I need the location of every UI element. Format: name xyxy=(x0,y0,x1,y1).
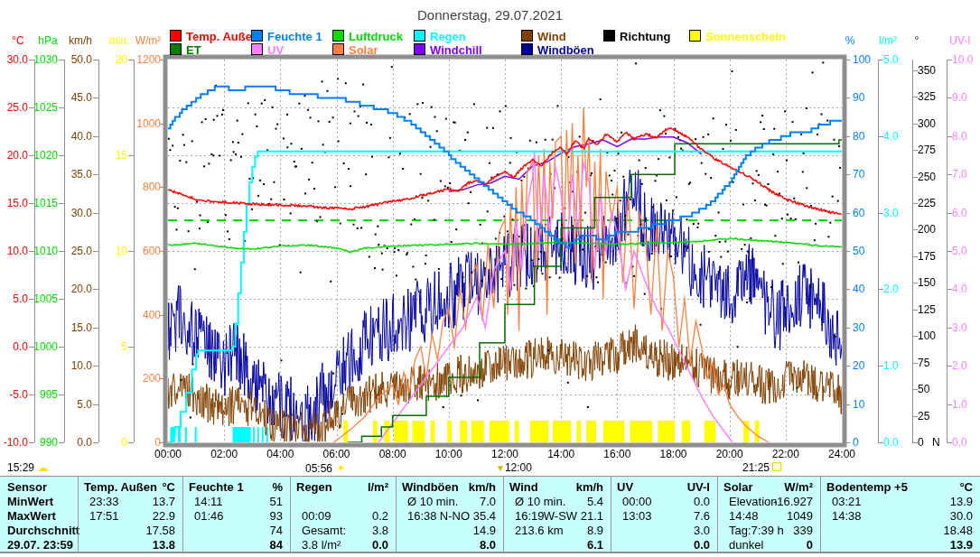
legend-item-et: ET xyxy=(170,43,201,55)
legend-item-label: UV xyxy=(267,43,284,57)
table-cell-row: 14.9 xyxy=(402,524,498,538)
legend-item-label: Solar xyxy=(349,43,378,57)
table-column-header: Temp. Außen°C xyxy=(84,480,177,495)
cell-value: W-SW 21.1 xyxy=(544,509,603,524)
table-column-header: Bodentemp +5°C xyxy=(826,480,975,495)
table-column-temp-au-en: Temp. Außen°C23:3313.717:5122.917.5813.8 xyxy=(78,477,182,552)
cell-left-text: 00:09 xyxy=(302,509,331,524)
axis-tick-sunshine: 15 xyxy=(88,149,127,162)
table-column-header: Windkm/h xyxy=(509,480,605,495)
x-axis-tick-label: 24:00 xyxy=(822,448,862,460)
axis-tick-rain: 4.0 xyxy=(883,130,923,143)
x-axis-tick-label: 16:00 xyxy=(597,448,637,460)
table-cell-row: 8.0 xyxy=(402,538,498,552)
axis-tick-uvindex: 7.0 xyxy=(952,168,980,181)
axis-tick-solar: 0 xyxy=(121,436,161,449)
axis-tick-solar: 400 xyxy=(121,309,161,321)
table-cell-row: dunkel0 xyxy=(723,538,815,552)
legend-color-swatch-icon xyxy=(521,30,533,42)
cell-value: 18.48 xyxy=(943,524,973,538)
cell-value: 7.0 xyxy=(480,495,496,509)
table-cell-row: 84 xyxy=(189,538,285,552)
cell-value: 339 xyxy=(793,524,813,538)
cell-value: 3.0 xyxy=(694,524,710,538)
table-cell-row: 00:000.0 xyxy=(617,495,712,509)
cell-value: 13.7 xyxy=(153,495,175,509)
axis-tick-direction: 50 xyxy=(918,383,957,395)
legend-item-windb-en: Windböen xyxy=(521,43,594,55)
axis-tick-humidity: 10 xyxy=(853,398,892,411)
cell-value: 0.2 xyxy=(372,509,388,524)
cell-value: 51 xyxy=(270,495,283,509)
cell-value: 0.0 xyxy=(694,538,710,552)
table-row-label: MinWert xyxy=(7,495,53,509)
axis-tick-windspeed: 20.0 xyxy=(52,283,92,295)
table-column-bodentemp-5: Bodentemp +5°C03:2113.914:3830.018.4813.… xyxy=(820,477,980,552)
legend-color-swatch-icon xyxy=(689,30,701,42)
marker-noon: ▼12:00 xyxy=(496,461,532,475)
cell-value: 0.0 xyxy=(372,538,388,552)
x-axis-tick-label: 14:00 xyxy=(541,448,581,460)
table-cell-row: 13.9 xyxy=(826,538,975,552)
table-cell-row: 3.0 xyxy=(617,524,712,538)
cell-left-text: 213.6 km xyxy=(515,524,563,538)
axis-header-rain: l/m² xyxy=(874,34,901,47)
cell-left-text: Solar xyxy=(723,480,753,495)
table-column-windb-en: Windböenkm/hØ 10 min.7.016:38N-NO 35.414… xyxy=(396,477,503,552)
sensor-stats-table: SensorMinWertMaxWertDurchschnitt29.07. 2… xyxy=(0,476,980,553)
axis-tick-sunshine: 5 xyxy=(88,340,127,353)
cell-value: 0 xyxy=(807,538,813,552)
cell-left-text: 16:19 xyxy=(515,509,545,524)
axis-header-solar: W/m² xyxy=(132,34,164,47)
x-axis-tick-label: 22:00 xyxy=(766,448,806,460)
legend-color-swatch-icon xyxy=(251,30,263,42)
cell-value: 8.9 xyxy=(587,524,603,538)
axis-tick-solar: 200 xyxy=(121,372,161,385)
cell-value: 13.9 xyxy=(950,495,973,509)
axis-tick-windspeed: 30.0 xyxy=(52,207,92,219)
table-cell-row: Gesamt:3.8 xyxy=(296,524,390,538)
table-column-header: UVUV-I xyxy=(617,480,712,495)
axis-tick-windspeed: 35.0 xyxy=(52,168,92,181)
cell-value: N-NO 35.4 xyxy=(440,509,496,524)
table-cell-row: 213.6 km8.9 xyxy=(509,524,605,538)
axis-tick-uvindex: 6.0 xyxy=(952,207,980,219)
axis-tick-direction: 200 xyxy=(918,223,957,236)
cell-value: W/m² xyxy=(784,480,813,495)
cell-value: 13.9 xyxy=(950,538,973,552)
axis-tick-humidity: 90 xyxy=(853,91,892,104)
table-cell-row: 03:2113.9 xyxy=(826,495,975,509)
legend-item-label: ET xyxy=(186,43,201,57)
legend-item-luftdruck: Luftdruck xyxy=(332,30,403,42)
legend-item-label: Temp. Außen xyxy=(186,30,259,43)
legend-item-windchill: Windchill xyxy=(414,43,482,55)
cell-left-text: 14:38 xyxy=(832,509,862,524)
legend-item-sonnenschein: Sonnenschein xyxy=(689,30,786,42)
cell-left-text: dunkel xyxy=(729,538,763,552)
axis-tick-uvindex: 0.0 xyxy=(952,436,980,449)
axis-tick-uvindex: 2.0 xyxy=(952,359,980,372)
axis-tick-windspeed: 10.0 xyxy=(52,359,92,372)
axis-tick-uvindex: 1.0 xyxy=(952,398,980,411)
cell-value: 7.6 xyxy=(694,509,710,524)
table-row-label: MaxWert xyxy=(7,509,56,524)
x-axis-tick-label: 18:00 xyxy=(654,448,694,460)
table-cell-row: Tag:7:39 h339 xyxy=(723,524,815,538)
cell-value: 8.0 xyxy=(480,538,496,552)
legend-color-swatch-icon xyxy=(170,30,182,42)
axis-tick-solar: 600 xyxy=(121,245,161,257)
legend-color-swatch-icon xyxy=(332,43,344,55)
cell-left-text: 14:48 xyxy=(729,509,759,524)
marker-moonrise: 15:29 ☁ xyxy=(7,461,48,475)
legend-item-label: Wind xyxy=(537,30,566,43)
legend-item-uv: UV xyxy=(251,43,284,55)
cell-value: -16.927 xyxy=(773,495,813,509)
table-cell-row: Ø 10 min.5.4 xyxy=(509,495,605,509)
axis-tick-pressure: 1020 xyxy=(18,149,58,162)
table-column-wind: Windkm/hØ 10 min.5.416:19W-SW 21.1213.6 … xyxy=(503,477,611,552)
axis-tick-direction: 25 xyxy=(918,410,957,422)
axis-header-temp: °C xyxy=(5,34,31,47)
cell-left-text: Bodentemp +5 xyxy=(826,480,908,495)
cell-value: 93 xyxy=(270,509,283,524)
legend-item-feuchte-1: Feuchte 1 xyxy=(251,30,322,42)
